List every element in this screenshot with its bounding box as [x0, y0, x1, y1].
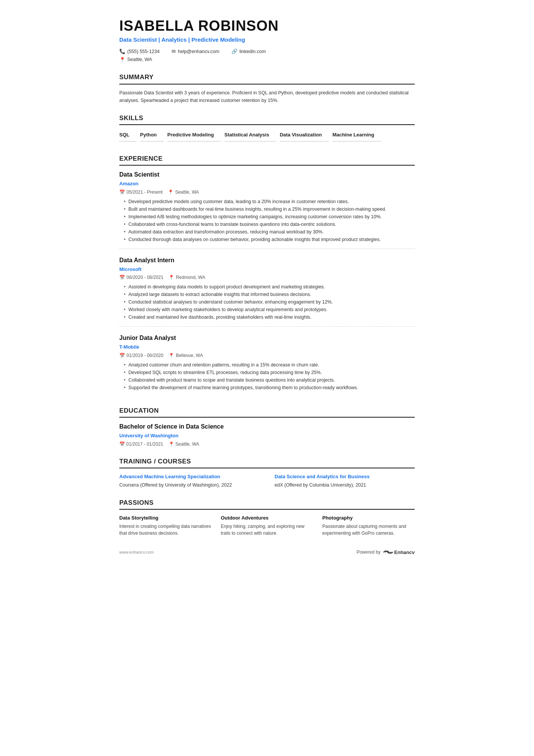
- skills-title: SKILLS: [119, 113, 415, 125]
- bullet-item: Automated data extraction and transforma…: [124, 228, 415, 236]
- edu-dates: 📅 01/2017 - 01/2021: [119, 441, 163, 448]
- job-company-microsoft: Microsoft: [119, 266, 415, 273]
- training-grid: Advanced Machine Learning Specialization…: [119, 473, 415, 488]
- edu-location: 📍 Seattle, WA: [169, 441, 199, 448]
- job-title-tmobile: Junior Data Analyst: [119, 333, 415, 343]
- summary-section: SUMMARY Passionate Data Scientist with 3…: [119, 72, 415, 104]
- skill-python: Python: [140, 130, 164, 142]
- location-icon-microsoft: 📍: [169, 274, 174, 281]
- bullet-item: Created and maintained live dashboards, …: [124, 313, 415, 321]
- email-contact: ✉ help@enhancv.com: [172, 48, 219, 55]
- passions-section: PASSIONS Data Storytelling Interest in c…: [119, 498, 415, 537]
- passion-desc-3: Passionate about capturing moments and e…: [322, 523, 415, 537]
- job-company-tmobile: T-Mobile: [119, 343, 415, 351]
- email-address: help@enhancv.com: [178, 48, 219, 55]
- skill-statistical-analysis: Statistical Analysis: [225, 130, 276, 142]
- job-meta-amazon: 📅 05/2021 - Present 📍 Seattle, WA: [119, 189, 415, 196]
- passion-outdoor: Outdoor Adventures Enjoy hiking, camping…: [221, 514, 313, 537]
- education-section: EDUCATION Bachelor of Science in Data Sc…: [119, 406, 415, 448]
- skills-section: SKILLS SQL Python Predictive Modeling St…: [119, 113, 415, 145]
- job-microsoft: Data Analyst Intern Microsoft 📅 06/2020 …: [119, 256, 415, 327]
- bullet-item: Implemented A/B testing methodologies to…: [124, 213, 415, 221]
- location-info: 📍 Seattle, WA: [119, 56, 415, 64]
- job-bullets-microsoft: Assisted in developing data models to su…: [119, 283, 415, 321]
- linkedin-contact: 🔗 linkedin.com: [231, 48, 265, 55]
- calendar-icon: 📅: [119, 441, 125, 447]
- job-amazon: Data Scientist Amazon 📅 05/2021 - Presen…: [119, 170, 415, 249]
- job-title-amazon: Data Scientist: [119, 170, 415, 179]
- passion-desc-1: Interest in creating compelling data nar…: [119, 523, 212, 537]
- bullet-item: Analyzed large datasets to extract actio…: [124, 291, 415, 298]
- passions-title: PASSIONS: [119, 498, 415, 510]
- calendar-icon: 📅: [119, 352, 125, 359]
- calendar-icon: 📅: [119, 274, 125, 281]
- location-icon-tmobile: 📍: [169, 352, 174, 359]
- training-title: TRAINING / COURSES: [119, 457, 415, 469]
- job-location-tmobile: 📍 Bellevue, WA: [169, 352, 203, 359]
- training-item-2: Data Science and Analytics for Business …: [275, 473, 415, 488]
- training-desc-2: edX (Offered by Columbia University), 20…: [275, 482, 415, 489]
- bullet-item: Supported the development of machine lea…: [124, 384, 415, 391]
- passion-title-3: Photography: [322, 514, 415, 522]
- bullet-item: Conducted thorough data analyses on cust…: [124, 236, 415, 243]
- location-icon-edu: 📍: [169, 441, 174, 447]
- job-location-microsoft: 📍 Redmond, WA: [169, 274, 205, 281]
- location-icon: 📍: [119, 56, 125, 64]
- skill-predictive-modeling: Predictive Modeling: [167, 130, 221, 142]
- training-desc-1: Coursera (Offered by University of Washi…: [119, 482, 259, 489]
- job-dates-tmobile: 📅 01/2019 - 06/2020: [119, 352, 163, 359]
- job-bullets-tmobile: Analyzed customer churn and retention pa…: [119, 361, 415, 391]
- bullet-item: Collaborated with cross-functional teams…: [124, 221, 415, 228]
- bullet-item: Conducted statistical analyses to unders…: [124, 298, 415, 306]
- passion-data-storytelling: Data Storytelling Interest in creating c…: [119, 514, 212, 537]
- footer: www.enhancv.com Powered by Enhancv: [119, 549, 415, 556]
- education-title: EDUCATION: [119, 406, 415, 418]
- candidate-title: Data Scientist | Analytics | Predictive …: [119, 36, 415, 44]
- contact-info: 📞 (555) 555-1234 ✉ help@enhancv.com 🔗 li…: [119, 48, 415, 55]
- location-icon-amazon: 📍: [168, 189, 173, 196]
- job-company-amazon: Amazon: [119, 180, 415, 188]
- skill-sql: SQL: [119, 130, 136, 142]
- footer-brand: Powered by Enhancv: [356, 549, 415, 556]
- bullet-item: Developed predictive models using custom…: [124, 198, 415, 205]
- bullet-item: Built and maintained dashboards for real…: [124, 205, 415, 213]
- passion-photography: Photography Passionate about capturing m…: [322, 514, 415, 537]
- location-contact: 📍 Seattle, WA: [119, 56, 152, 64]
- email-icon: ✉: [172, 48, 176, 55]
- bullet-item: Analyzed customer churn and retention pa…: [124, 361, 415, 369]
- edu-school: University of Washington: [119, 432, 415, 440]
- passion-desc-2: Enjoy hiking, camping, and exploring new…: [221, 523, 313, 537]
- resume-page: ISABELLA ROBINSON Data Scientist | Analy…: [97, 0, 437, 579]
- training-title-1: Advanced Machine Learning Specialization: [119, 473, 259, 481]
- linkedin-icon: 🔗: [231, 48, 237, 55]
- training-title-2: Data Science and Analytics for Business: [275, 473, 415, 481]
- phone-number: (555) 555-1234: [127, 48, 159, 55]
- job-location-amazon: 📍 Seattle, WA: [168, 189, 199, 196]
- experience-title: EXPERIENCE: [119, 154, 415, 166]
- training-section: TRAINING / COURSES Advanced Machine Lear…: [119, 457, 415, 489]
- skill-data-visualization: Data Visualization: [280, 130, 329, 142]
- calendar-icon: 📅: [119, 189, 125, 196]
- brand-name: Enhancv: [394, 549, 415, 556]
- edu-meta: 📅 01/2017 - 01/2021 📍 Seattle, WA: [119, 441, 415, 448]
- passion-title-2: Outdoor Adventures: [221, 514, 313, 522]
- bullet-item: Collaborated with product teams to scope…: [124, 376, 415, 384]
- bullet-item: Assisted in developing data models to su…: [124, 283, 415, 291]
- skills-list: SQL Python Predictive Modeling Statistic…: [119, 130, 415, 145]
- job-dates-microsoft: 📅 06/2020 - 08/2021: [119, 274, 163, 281]
- training-item-1: Advanced Machine Learning Specialization…: [119, 473, 259, 488]
- skill-machine-learning: Machine Learning: [333, 130, 381, 142]
- candidate-name: ISABELLA ROBINSON: [119, 18, 415, 34]
- experience-section: EXPERIENCE Data Scientist Amazon 📅 05/20…: [119, 154, 415, 397]
- phone-icon: 📞: [119, 48, 125, 55]
- job-title-microsoft: Data Analyst Intern: [119, 256, 415, 265]
- job-meta-tmobile: 📅 01/2019 - 06/2020 📍 Bellevue, WA: [119, 352, 415, 359]
- job-bullets-amazon: Developed predictive models using custom…: [119, 198, 415, 243]
- bullet-item: Worked closely with marketing stakeholde…: [124, 306, 415, 313]
- powered-by-text: Powered by: [356, 549, 380, 556]
- enhancv-logo: Enhancv: [383, 549, 415, 556]
- summary-title: SUMMARY: [119, 72, 415, 85]
- phone-contact: 📞 (555) 555-1234: [119, 48, 159, 55]
- linkedin-url: linkedin.com: [239, 48, 265, 55]
- passion-title-1: Data Storytelling: [119, 514, 212, 522]
